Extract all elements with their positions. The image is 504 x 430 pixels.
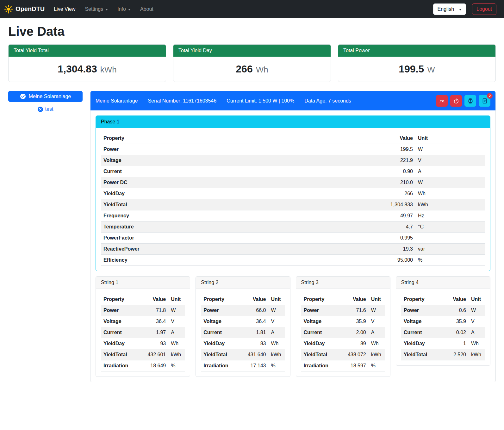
inverter-toggle-label: test	[45, 106, 53, 112]
table-row: Power 199.5 W	[101, 144, 485, 155]
device-info-button[interactable]	[464, 95, 476, 107]
nav-item-info[interactable]: Info	[113, 4, 135, 15]
table-row: PowerFactor 0.995	[101, 233, 485, 244]
logout-button[interactable]: Logout	[472, 3, 496, 15]
string-title: String 3	[296, 277, 390, 289]
value-cell: 2.520	[441, 349, 469, 360]
value-cell: 1.97	[141, 327, 168, 338]
table-row: Power 71.8 W	[101, 305, 185, 316]
string-table: Property Value Unit Power	[101, 294, 185, 371]
property-cell: Efficiency	[101, 255, 368, 266]
unit-cell: Wh	[269, 338, 285, 349]
power-settings-button[interactable]	[450, 95, 462, 107]
summary-value: 199.5	[399, 63, 424, 75]
phase-title: Phase 1	[96, 116, 490, 128]
string-table: Property Value Unit Power	[201, 294, 285, 371]
inverter-card-header: Meine Solaranlage Serial Number: 1161716…	[90, 91, 495, 110]
unit-cell: W	[415, 177, 485, 188]
property-cell: Voltage	[101, 316, 141, 327]
table-row: Temperature 4.7 °C	[101, 221, 485, 233]
string-card-body: Property Value Unit Power	[396, 289, 490, 365]
property-cell: YieldTotal	[101, 349, 141, 360]
table-header-row: Property Value Unit	[401, 294, 485, 305]
unit-cell	[415, 233, 485, 244]
property-cell: YieldDay	[301, 338, 341, 349]
cpu-icon	[467, 98, 474, 104]
column-header-property: Property	[201, 294, 241, 305]
property-cell: YieldDay	[401, 338, 441, 349]
page-container: Live Data Total Yield Total 1,304.83 kWh…	[0, 24, 504, 392]
unit-cell: Hz	[415, 210, 485, 221]
unit-cell: A	[415, 166, 485, 177]
value-cell: 1	[441, 338, 469, 349]
property-cell: YieldTotal	[201, 349, 241, 360]
unit-cell: W	[469, 305, 485, 316]
unit-cell: kWh	[415, 199, 485, 210]
inverter-toggle-test[interactable]: test	[8, 106, 83, 112]
sun-icon	[4, 4, 13, 14]
table-row: YieldDay 83 Wh	[201, 338, 285, 349]
table-row: YieldDay 93 Wh	[101, 338, 185, 349]
column-header-value: Value	[141, 294, 168, 305]
unit-cell: kWh	[469, 349, 485, 360]
inverter-select-button[interactable]: Meine Solaranlage	[8, 91, 83, 102]
journal-icon	[482, 98, 488, 104]
column-header-unit: Unit	[369, 294, 385, 305]
property-cell: Current	[301, 327, 341, 338]
summary-unit: Wh	[256, 65, 268, 75]
string-card-body: Property Value Unit Power	[96, 289, 190, 377]
column-header-property: Property	[101, 294, 141, 305]
property-cell: Power	[101, 305, 141, 316]
unit-cell: V	[269, 316, 285, 327]
nav-item-settings[interactable]: Settings	[80, 4, 113, 15]
value-cell: 0.6	[441, 305, 469, 316]
inverter-data-age: Data Age: 7 seconds	[304, 98, 351, 104]
value-cell: 35.9	[341, 316, 369, 327]
value-cell: 0.02	[441, 327, 469, 338]
unit-cell: A	[168, 327, 185, 338]
unit-cell: W	[369, 305, 385, 316]
table-row: YieldDay 89 Wh	[301, 338, 385, 349]
inverter-select-label: Meine Solaranlage	[29, 94, 71, 99]
nav-item-live-view[interactable]: Live View	[49, 4, 80, 15]
unit-cell: Wh	[168, 338, 185, 349]
summary-cards-row: Total Yield Total 1,304.83 kWh Total Yie…	[8, 44, 496, 82]
limit-settings-button[interactable]	[436, 95, 448, 107]
property-cell: YieldTotal	[301, 349, 341, 360]
string-title: String 1	[96, 277, 190, 289]
table-row: YieldDay 266 Wh	[101, 188, 485, 199]
table-row: Current 1.97 A	[101, 327, 185, 338]
table-row: Voltage 36.4 V	[201, 316, 285, 327]
unit-cell: V	[469, 316, 485, 327]
value-cell: 83	[241, 338, 269, 349]
column-header-unit: Unit	[469, 294, 485, 305]
unit-cell: A	[269, 327, 285, 338]
language-select-value: English	[438, 6, 454, 12]
nav-item-about[interactable]: About	[135, 4, 158, 15]
summary-card-body: 1,304.83 kWh	[9, 57, 166, 82]
value-cell: 4.7	[368, 221, 415, 233]
summary-value: 266	[236, 63, 252, 75]
event-log-button[interactable]: 2	[479, 95, 490, 107]
property-cell: Power	[301, 305, 341, 316]
value-cell: 17.143	[241, 360, 269, 371]
string-table: Property Value Unit Power	[401, 294, 485, 360]
table-row: Voltage 35.9 V	[301, 316, 385, 327]
nav-item-label: Live View	[54, 6, 75, 12]
brand-link[interactable]: OpenDTU	[4, 4, 45, 14]
table-row: Frequency 49.97 Hz	[101, 210, 485, 221]
inverter-card-body: Phase 1 Property Value Unit	[90, 110, 495, 382]
language-select[interactable]: English	[433, 3, 466, 15]
table-row: Voltage 221.9 V	[101, 155, 485, 166]
value-cell: 1,304.833	[368, 199, 415, 210]
table-row: Current 0.02 A	[401, 327, 485, 338]
value-cell: 2.00	[341, 327, 369, 338]
summary-value: 1,304.83	[58, 63, 97, 75]
table-row: YieldTotal 438.072 kWh	[301, 349, 385, 360]
dropdown-caret-icon	[128, 9, 131, 10]
value-cell: 0.995	[368, 233, 415, 244]
unit-cell: V	[415, 155, 485, 166]
inverter-list-sidebar: Meine Solaranlage test	[8, 91, 83, 112]
inverter-name: Meine Solaranlage	[96, 98, 138, 104]
property-cell: Power	[201, 305, 241, 316]
